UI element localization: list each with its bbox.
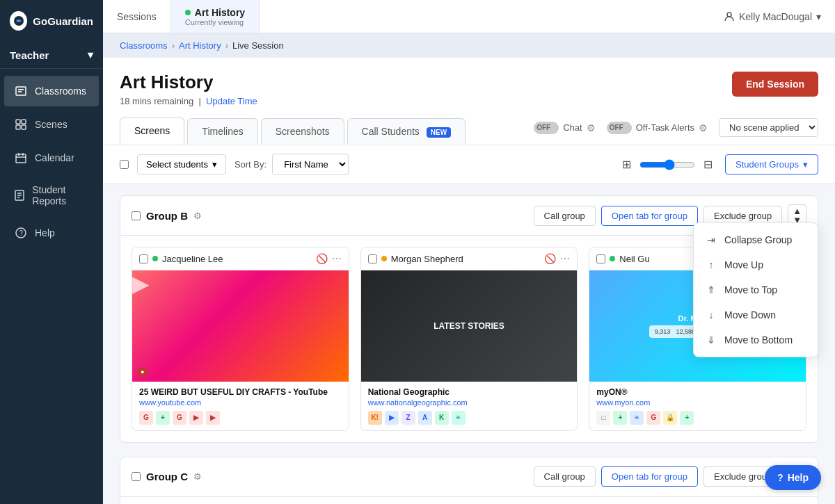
sidebar-item-student-reports[interactable]: Student Reports [4, 176, 99, 215]
sessions-tab[interactable]: Sessions [103, 0, 171, 33]
zoom-slider[interactable] [639, 159, 695, 170]
dropdown-move-to-top[interactable]: ⇑ Move to Top [694, 277, 818, 302]
group-c-call-button[interactable]: Call group [534, 466, 596, 487]
svg-rect-6 [16, 125, 20, 129]
student-status-dot [152, 256, 158, 261]
end-session-button[interactable]: End Session [732, 72, 818, 97]
docs-icon: + [156, 411, 170, 425]
dropdown-collapse-group[interactable]: ⇥ Collapse Group [694, 227, 818, 252]
student-groups-button[interactable]: Student Groups ▾ [725, 154, 818, 174]
tab-screens[interactable]: Screens [120, 117, 184, 145]
student-checkbox[interactable] [368, 254, 377, 263]
sidebar-item-classrooms[interactable]: Classrooms [4, 76, 99, 106]
help-button[interactable]: ? Help [765, 465, 821, 490]
chevron-down-icon: ▾ [212, 159, 217, 170]
svg-rect-4 [16, 120, 20, 124]
move-up-icon: ↑ [705, 259, 717, 270]
session-tab-name: Art History [185, 7, 245, 18]
tab-screenshots[interactable]: Screenshots [261, 118, 344, 144]
breadcrumb-classrooms[interactable]: Classrooms [120, 40, 168, 51]
chat-toggle-group: OFF Chat ⚙ [534, 122, 595, 134]
select-all-checkbox[interactable] [120, 160, 129, 169]
move-bottom-icon: ⇓ [705, 334, 717, 346]
tab-timelines[interactable]: Timelines [187, 118, 257, 144]
breadcrumb-art-history[interactable]: Art History [179, 40, 221, 51]
group-b-call-button[interactable]: Call group [534, 206, 596, 226]
offtask-toggle-label: OFF [610, 124, 623, 131]
svg-rect-3 [18, 91, 22, 92]
dropdown-item-label: Move Down [724, 309, 776, 320]
chat-label: Chat [563, 122, 582, 133]
svg-rect-8 [16, 154, 26, 163]
card-title: National Geographic [368, 387, 571, 398]
group-b-checkbox[interactable] [132, 211, 141, 220]
topbar-user[interactable]: Kelly MacDougal ▾ [710, 0, 835, 33]
chat-toggle[interactable]: OFF [534, 122, 559, 134]
offtask-toggle[interactable]: OFF [607, 122, 632, 134]
plus-icon: + [613, 411, 627, 425]
page-title: Art History [120, 72, 257, 93]
svg-rect-7 [22, 125, 26, 129]
sidebar-item-scenes[interactable]: Scenes [4, 109, 99, 140]
time-remaining: 18 mins remaining [120, 96, 193, 106]
plus2-icon: + [680, 411, 694, 425]
current-session-tab[interactable]: Art History Currently viewing [171, 0, 260, 33]
dropdown-item-label: Move Up [724, 259, 763, 270]
block-icon[interactable]: 🚫 [544, 253, 556, 264]
student-card-header: Morgan Shepherd 🚫 ⋯ [361, 247, 578, 270]
scene-select[interactable]: No scene applied [719, 118, 818, 137]
update-time-link[interactable]: Update Time [206, 96, 257, 106]
sidebar-item-help[interactable]: ? Help [4, 218, 99, 248]
dropdown-move-down[interactable]: ↓ Move Down [694, 302, 818, 327]
student-name: Jacqueline Lee [162, 254, 312, 264]
sidebar-item-label: Help [35, 227, 55, 238]
chat-gear-icon[interactable]: ⚙ [587, 122, 596, 133]
tab-call-students[interactable]: Call Students NEW [347, 118, 466, 144]
user-icon [724, 11, 735, 22]
grid-toggle: ⊞ ⊟ [617, 155, 718, 174]
dropdown-item-label: Move to Top [724, 284, 777, 295]
student-name: Morgan Shepherd [391, 254, 541, 264]
group-b-gear-icon[interactable]: ⚙ [193, 211, 202, 221]
sidebar-nav: Classrooms Scenes Calendar Student Repor… [0, 69, 103, 250]
card-url: www.myon.com [596, 398, 799, 407]
student-status-dot [610, 256, 615, 261]
group-c-checkbox[interactable] [132, 472, 141, 481]
group-b-open-tab-button[interactable]: Open tab for group [601, 206, 698, 226]
more-icon[interactable]: ⋯ [560, 253, 570, 264]
lock-icon: 🔒 [663, 411, 677, 425]
sort-group: Sort By: First Name [234, 154, 349, 175]
google-icon: G [646, 411, 660, 425]
student-reports-icon [14, 188, 25, 202]
student-checkbox[interactable] [139, 254, 148, 263]
youtube-icon: ▶ [206, 411, 220, 425]
gmail-icon: G [139, 411, 153, 425]
block-icon[interactable]: 🚫 [316, 253, 328, 264]
sidebar: GoGuardian Teacher ▾ Classrooms Scenes C… [0, 0, 103, 504]
student-checkbox[interactable] [596, 254, 605, 263]
card-title: 25 WEIRD BUT USEFUL DIY CRAFTS - YouTube [139, 387, 342, 398]
student-card-actions: 🚫 ⋯ [316, 253, 342, 264]
breadcrumb-sep2: › [225, 40, 228, 51]
grid-view-button[interactable]: ⊟ [698, 155, 718, 174]
page-icon: □ [596, 411, 610, 425]
slides2-icon: K [435, 411, 449, 425]
group-c-gear-icon[interactable]: ⚙ [193, 471, 202, 482]
dropdown-move-up[interactable]: ↑ Move Up [694, 252, 818, 277]
role-selector[interactable]: Teacher ▾ [0, 42, 103, 69]
sessions-label: Sessions [117, 11, 157, 22]
student-card: Morgan Shepherd 🚫 ⋯ LATEST STORIES Natio… [360, 247, 578, 431]
sidebar-item-calendar[interactable]: Calendar [4, 143, 99, 173]
breadcrumb-sep1: › [172, 40, 175, 51]
group-c-name: Group C [146, 471, 188, 482]
recording-badge: ● [138, 368, 147, 376]
offtask-gear-icon[interactable]: ⚙ [699, 122, 708, 133]
group-c-open-tab-button[interactable]: Open tab for group [601, 466, 698, 487]
dropdown-move-to-bottom[interactable]: ⇓ Move to Bottom [694, 327, 818, 352]
student-card: Jacqueline Lee 🚫 ⋯ ▶ ● 25 WEIRD BUT USEF… [132, 247, 349, 431]
more-icon[interactable]: ⋯ [332, 253, 342, 264]
card-icons: G + G ▶ ▶ [139, 411, 342, 425]
select-students-button[interactable]: Select students ▾ [137, 154, 226, 174]
list-view-button[interactable]: ⊞ [617, 155, 637, 174]
sort-select[interactable]: First Name [272, 154, 349, 175]
